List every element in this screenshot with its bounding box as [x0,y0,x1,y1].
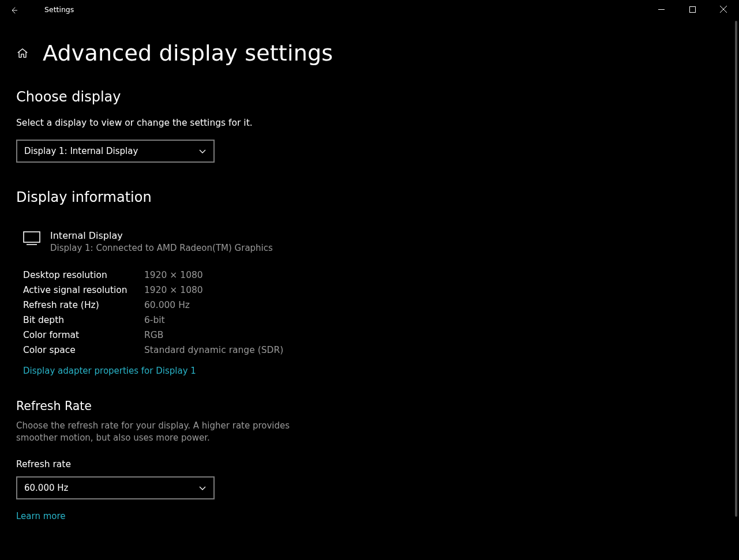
spec-value: RGB [144,330,163,340]
spec-label: Color format [23,330,144,340]
display-info-header: Internal Display Display 1: Connected to… [16,230,723,254]
spec-label: Desktop resolution [23,270,144,280]
spec-label: Color space [23,345,144,355]
display-name: Internal Display [50,230,273,242]
spec-value: 60.000 Hz [144,300,190,310]
titlebar: Settings [0,0,739,21]
spec-row: Refresh rate (Hz) 60.000 Hz [23,298,723,313]
spec-value: Standard dynamic range (SDR) [144,345,283,355]
spec-label: Bit depth [23,315,144,325]
adapter-properties-link[interactable]: Display adapter properties for Display 1 [16,366,196,376]
window-title: Settings [44,5,74,14]
spec-value: 1920 × 1080 [144,285,203,295]
header-row: Advanced display settings [16,40,723,66]
maximize-button[interactable] [677,0,708,18]
home-button[interactable] [16,47,29,59]
monitor-icon [23,231,40,248]
choose-display-desc: Select a display to view or change the s… [16,118,723,128]
spec-row: Active signal resolution 1920 × 1080 [23,283,723,298]
minimize-icon [658,6,665,13]
learn-more-link[interactable]: Learn more [16,511,66,521]
spec-row: Color space Standard dynamic range (SDR) [23,343,723,358]
chevron-down-icon [198,147,207,155]
page-title: Advanced display settings [43,40,333,66]
spec-label: Active signal resolution [23,285,144,295]
chevron-down-icon [198,484,207,492]
close-button[interactable] [708,0,739,18]
maximize-icon [689,6,696,13]
svg-rect-1 [689,6,695,12]
spec-label: Refresh rate (Hz) [23,300,144,310]
scrollbar-thumb[interactable] [735,21,737,517]
refresh-rate-selector[interactable]: 60.000 Hz [16,476,215,499]
svg-rect-4 [24,232,40,242]
display-connection: Display 1: Connected to AMD Radeon(TM) G… [50,242,273,254]
spec-table: Desktop resolution 1920 × 1080 Active si… [16,268,723,358]
close-icon [720,6,727,13]
refresh-rate-heading: Refresh Rate [16,399,723,413]
refresh-rate-label: Refresh rate [16,459,723,469]
display-meta: Internal Display Display 1: Connected to… [50,230,273,254]
display-selector-value: Display 1: Internal Display [24,146,138,156]
display-info-heading: Display information [16,189,723,205]
arrow-left-icon [9,5,19,16]
spec-row: Color format RGB [23,328,723,343]
spec-value: 1920 × 1080 [144,270,203,280]
spec-value: 6-bit [144,315,165,325]
choose-display-heading: Choose display [16,89,723,105]
minimize-button[interactable] [646,0,677,18]
scrollbar[interactable] [731,21,739,560]
spec-row: Desktop resolution 1920 × 1080 [23,268,723,283]
back-button[interactable] [0,0,28,21]
spec-row: Bit depth 6-bit [23,313,723,328]
content: Advanced display settings Choose display… [0,21,739,544]
refresh-rate-helper: Choose the refresh rate for your display… [16,420,316,444]
home-icon [16,47,29,59]
refresh-rate-value: 60.000 Hz [24,483,68,493]
window-controls [646,0,739,18]
display-selector[interactable]: Display 1: Internal Display [16,140,215,163]
